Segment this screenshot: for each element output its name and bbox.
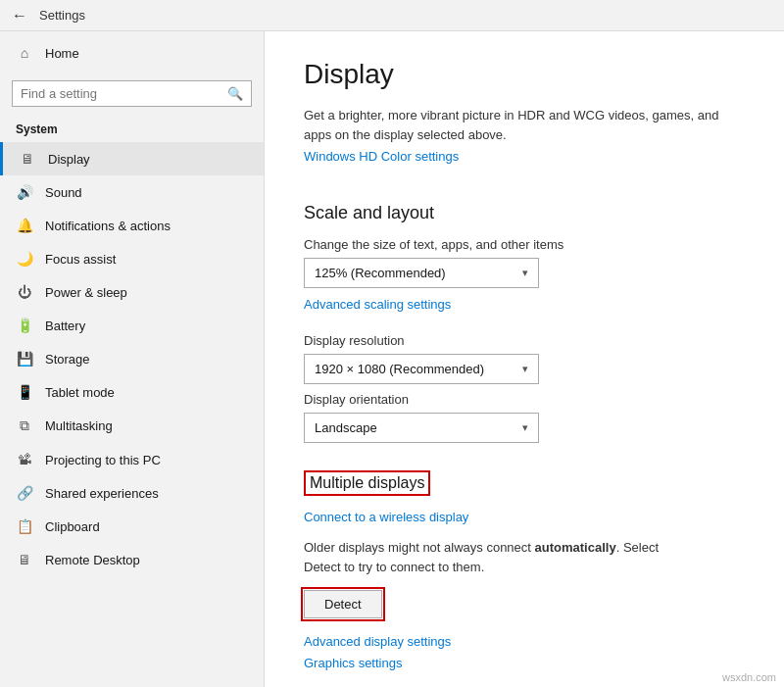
sidebar-item-sound[interactable]: 🔊 Sound	[0, 175, 264, 209]
remote-icon: 🖥	[16, 552, 33, 567]
projecting-icon: 📽	[16, 452, 33, 467]
sidebar-item-clipboard[interactable]: 📋 Clipboard	[0, 510, 264, 543]
tablet-icon: 📱	[16, 384, 33, 400]
sidebar-item-battery[interactable]: 🔋 Battery	[0, 309, 264, 342]
orientation-value: Landscape	[315, 420, 377, 435]
resolution-dropdown-arrow: ▾	[522, 363, 528, 375]
search-input[interactable]	[21, 86, 227, 101]
sidebar: ⌂ Home 🔍 System 🖥 Display 🔊 Sound 🔔 Noti…	[0, 31, 265, 687]
connect-wireless-link[interactable]: Connect to a wireless display	[304, 510, 468, 524]
search-icon[interactable]: 🔍	[227, 86, 243, 101]
focus-icon: 🌙	[16, 251, 33, 267]
search-box: 🔍	[12, 80, 252, 107]
sidebar-item-display[interactable]: 🖥 Display	[0, 142, 264, 175]
display-icon: 🖥	[19, 151, 36, 167]
sidebar-item-projecting[interactable]: 📽 Projecting to this PC	[0, 443, 264, 476]
scale-dropdown-arrow: ▾	[522, 267, 528, 279]
sidebar-item-focus[interactable]: 🌙 Focus assist	[0, 242, 264, 275]
scale-label: Change the size of text, apps, and other…	[304, 237, 745, 252]
advanced-display-link[interactable]: Advanced display settings	[304, 634, 745, 649]
title-bar: ← Settings	[0, 0, 784, 31]
sidebar-item-multitasking[interactable]: ⧉ Multitasking	[0, 409, 264, 443]
sidebar-item-remote[interactable]: 🖥 Remote Desktop	[0, 543, 264, 576]
nav-label-multitasking: Multitasking	[45, 418, 113, 433]
home-label: Home	[45, 46, 79, 61]
detect-button[interactable]: Detect	[304, 590, 382, 618]
nav-label-notifications: Notifications & actions	[45, 219, 171, 233]
orientation-label: Display orientation	[304, 392, 745, 407]
multiple-displays-heading: Multiple displays	[304, 470, 430, 496]
detect-description: Older displays might not always connect …	[304, 538, 676, 576]
shared-icon: 🔗	[16, 485, 33, 501]
nav-label-clipboard: Clipboard	[45, 519, 100, 534]
power-icon: ⏻	[16, 284, 33, 300]
sidebar-item-notifications[interactable]: 🔔 Notifications & actions	[0, 209, 264, 242]
clipboard-icon: 📋	[16, 518, 33, 534]
back-button[interactable]: ←	[12, 7, 27, 25]
sidebar-section-label: System	[0, 117, 264, 142]
notifications-icon: 🔔	[16, 218, 33, 233]
orientation-dropdown[interactable]: Landscape ▾	[304, 413, 539, 443]
sidebar-item-storage[interactable]: 💾 Storage	[0, 342, 264, 375]
home-icon: ⌂	[16, 45, 33, 61]
battery-icon: 🔋	[16, 318, 33, 333]
title-bar-title: Settings	[39, 8, 85, 23]
resolution-dropdown[interactable]: 1920 × 1080 (Recommended) ▾	[304, 354, 539, 384]
sidebar-item-power[interactable]: ⏻ Power & sleep	[0, 275, 264, 309]
scaling-link[interactable]: Advanced scaling settings	[304, 297, 451, 312]
page-title: Display	[304, 59, 745, 90]
orientation-dropdown-arrow: ▾	[522, 421, 528, 434]
multitasking-icon: ⧉	[16, 417, 33, 434]
storage-icon: 💾	[16, 351, 33, 367]
resolution-label: Display resolution	[304, 333, 745, 348]
nav-label-shared: Shared experiences	[45, 486, 159, 501]
main-content: Display Get a brighter, more vibrant pic…	[265, 31, 784, 687]
nav-label-power: Power & sleep	[45, 285, 127, 300]
resolution-value: 1920 × 1080 (Recommended)	[315, 362, 484, 376]
nav-label-storage: Storage	[45, 352, 90, 367]
scale-section-heading: Scale and layout	[304, 203, 745, 223]
nav-label-battery: Battery	[45, 319, 85, 333]
sound-icon: 🔊	[16, 184, 33, 200]
scale-value: 125% (Recommended)	[315, 266, 446, 280]
watermark: wsxdn.com	[722, 671, 776, 683]
hdr-link[interactable]: Windows HD Color settings	[304, 149, 459, 164]
sidebar-item-tablet[interactable]: 📱 Tablet mode	[0, 375, 264, 409]
nav-label-projecting: Projecting to this PC	[45, 453, 161, 467]
nav-label-remote: Remote Desktop	[45, 553, 140, 567]
hdr-description: Get a brighter, more vibrant picture in …	[304, 106, 745, 144]
graphics-link[interactable]: Graphics settings	[304, 656, 402, 670]
scale-dropdown[interactable]: 125% (Recommended) ▾	[304, 258, 539, 288]
nav-label-tablet: Tablet mode	[45, 385, 115, 400]
nav-label-focus: Focus assist	[45, 252, 116, 267]
sidebar-item-shared[interactable]: 🔗 Shared experiences	[0, 476, 264, 510]
nav-label-sound: Sound	[45, 185, 82, 200]
sidebar-home-button[interactable]: ⌂ Home	[0, 31, 264, 74]
nav-label-display: Display	[48, 152, 90, 167]
